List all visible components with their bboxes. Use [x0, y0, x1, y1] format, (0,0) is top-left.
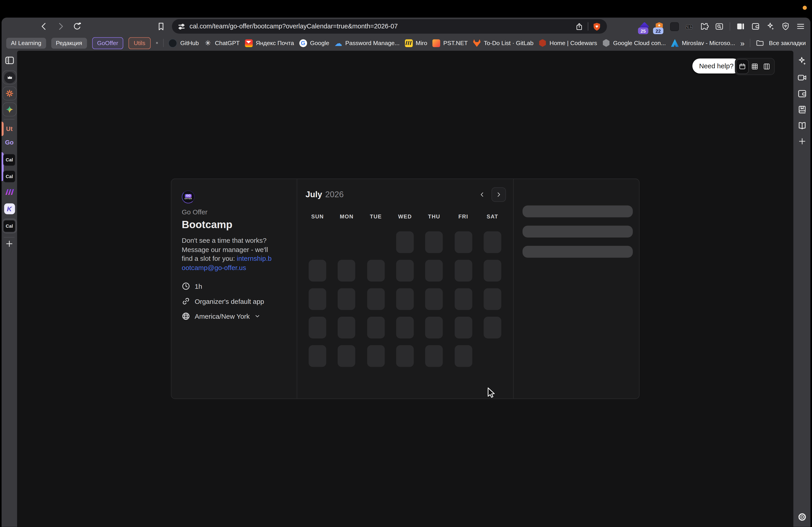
- bookmark-folder-chip[interactable]: Редакция: [51, 37, 87, 48]
- tab-group-label-utils[interactable]: Ut: [2, 122, 17, 136]
- chevron-down-icon: [255, 313, 261, 319]
- vpn-shield-icon[interactable]: [781, 21, 790, 31]
- timezone-row[interactable]: America/New York: [182, 312, 287, 320]
- bookmark-item[interactable]: Google Cloud con...: [602, 39, 666, 47]
- nav-buttons: [39, 21, 82, 32]
- gemini-tab-button[interactable]: [2, 103, 16, 117]
- tab-cal-active[interactable]: Cal: [2, 219, 17, 234]
- bookmark-label: Home | Codewars: [549, 40, 597, 46]
- view-grid-button[interactable]: [749, 60, 761, 74]
- next-month-button[interactable]: [492, 187, 506, 202]
- settings-button[interactable]: [793, 512, 810, 522]
- bookmark-item[interactable]: Password Manage...: [334, 39, 400, 47]
- bookmark-item[interactable]: Яндекс Почта: [245, 39, 294, 47]
- tab-cal-2[interactable]: Cal: [2, 170, 17, 183]
- reading-list-button[interactable]: [793, 121, 810, 131]
- weekday-label: SUN: [303, 213, 332, 220]
- day-cell-skeleton: [396, 259, 414, 281]
- day-cell-skeleton: [309, 259, 327, 281]
- calendar-month: July: [306, 190, 322, 199]
- bookmark-flag-icon[interactable]: [156, 21, 166, 32]
- extension-orange-shield[interactable]: 22: [655, 21, 664, 31]
- reload-icon[interactable]: [72, 21, 82, 32]
- divider: [750, 39, 750, 47]
- extensions-puzzle-icon[interactable]: [700, 21, 709, 31]
- tab-kaiten[interactable]: K: [2, 203, 17, 214]
- wallet-icon[interactable]: [751, 21, 760, 31]
- bookmark-label: Password Manage...: [345, 40, 400, 46]
- bookmark-item[interactable]: GitHub: [168, 39, 199, 47]
- brave-shield-icon[interactable]: [593, 22, 601, 31]
- day-cell-skeleton: [309, 316, 327, 338]
- bookmark-folder-chip[interactable]: AI Learning: [6, 37, 46, 48]
- tab-group-label-gooffer[interactable]: Go: [2, 136, 17, 149]
- bookmarks-button[interactable]: [793, 105, 810, 115]
- divider: [4, 119, 14, 119]
- day-cell-skeleton: [483, 288, 501, 310]
- bookmark-label: Miroslav - Microso...: [682, 40, 735, 46]
- avatar-offer-text: OFFER: [185, 198, 192, 200]
- forward-icon[interactable]: [56, 21, 66, 32]
- crown-tab-button[interactable]: [2, 70, 16, 84]
- divider: [588, 22, 588, 31]
- extension-ae[interactable]: æ: [684, 21, 694, 31]
- bookmark-item[interactable]: Home | Codewars: [539, 39, 597, 47]
- extension-purple-diamond[interactable]: 25: [639, 21, 649, 31]
- bookmark-folder-chip-utils[interactable]: Utils: [129, 37, 150, 49]
- all-bookmarks-label[interactable]: Все закладки: [769, 40, 806, 46]
- team-name: Go Offer: [182, 208, 287, 216]
- event-description: Don't see a time that works? Message our…: [182, 236, 274, 272]
- view-calendar-button[interactable]: [736, 59, 749, 74]
- back-icon[interactable]: [39, 21, 49, 32]
- bookmark-folder-chip-gooffer[interactable]: GoOffer: [92, 37, 124, 49]
- url-text[interactable]: cal.com/team/go-offer/bootcamp?overlayCa…: [189, 23, 398, 30]
- new-tab-button[interactable]: [2, 239, 17, 249]
- view-columns-button[interactable]: [761, 60, 773, 74]
- bookmark-item[interactable]: Miroslav - Microso...: [671, 39, 735, 47]
- day-cell-skeleton: [367, 316, 385, 338]
- menu-hamburger-icon[interactable]: [796, 21, 805, 31]
- time-slots-panel: [514, 179, 639, 398]
- weekday-label: WED: [390, 213, 420, 220]
- wallet-icon: [797, 89, 807, 99]
- bookmark-label: PST.NET: [443, 40, 468, 46]
- bookmark-item[interactable]: PST.NET: [432, 39, 468, 47]
- wallet-button[interactable]: [793, 89, 810, 99]
- leo-ai-sparkles-icon[interactable]: [766, 21, 775, 31]
- site-settings-icon[interactable]: [177, 22, 185, 30]
- talk-button[interactable]: [793, 72, 810, 83]
- tab-cal-1[interactable]: Cal: [2, 154, 17, 166]
- bookmark-item[interactable]: ChatGPT: [204, 39, 240, 47]
- titlebar: [0, 0, 812, 18]
- extension-dark-logo[interactable]: [670, 21, 679, 31]
- day-cell-skeleton: [425, 345, 443, 366]
- bookmark-item[interactable]: To-Do List · GitLab: [473, 39, 534, 47]
- day-cell-skeleton: [367, 259, 385, 281]
- leo-ai-button[interactable]: [793, 56, 810, 66]
- sidebar-panel-toggle[interactable]: [2, 55, 17, 65]
- google-favicon: G: [299, 39, 307, 47]
- group-label: Ut: [6, 125, 13, 133]
- share-icon[interactable]: [575, 22, 583, 31]
- bookmark-item[interactable]: Miro: [405, 39, 427, 47]
- need-help-button[interactable]: Need help?: [693, 58, 740, 74]
- bookmark-item[interactable]: GGoogle: [299, 39, 329, 47]
- tab-motion[interactable]: [2, 187, 17, 197]
- url-bar[interactable]: cal.com/team/go-offer/bootcamp?overlayCa…: [172, 19, 607, 34]
- bookmark-label: To-Do List · GitLab: [484, 40, 534, 46]
- apps-grid-icon[interactable]: [156, 39, 158, 47]
- bookmarks-overflow-chevron[interactable]: »: [740, 39, 744, 47]
- sidebar-toggle-icon[interactable]: [736, 21, 745, 31]
- starburst-tab-button[interactable]: [2, 86, 16, 100]
- bookmark-label: GitHub: [180, 40, 199, 46]
- pst-favicon: [432, 39, 440, 47]
- day-cell-skeleton: [338, 259, 356, 281]
- page-search-icon[interactable]: [714, 21, 724, 31]
- day-cell-skeleton: [396, 316, 414, 338]
- add-panel-button[interactable]: [793, 137, 810, 146]
- day-cell-skeleton: [396, 231, 414, 253]
- chatgpt-favicon: [204, 39, 212, 47]
- gear-icon: [797, 512, 807, 522]
- prev-month-button[interactable]: [476, 188, 489, 201]
- video-camera-icon: [797, 72, 807, 83]
